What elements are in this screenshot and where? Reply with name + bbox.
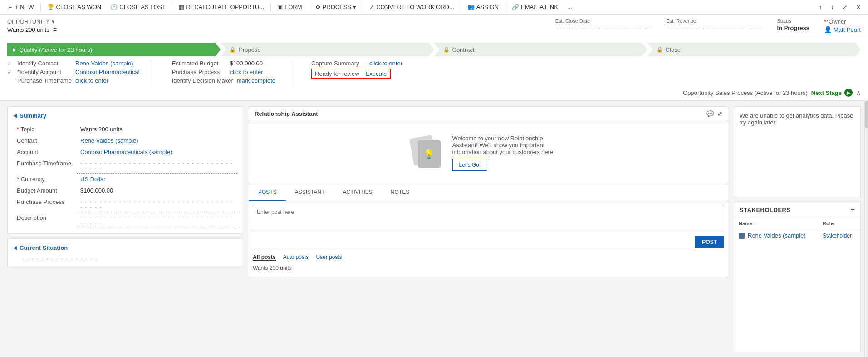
process-bar-container: ▶ Qualify (Active for 23 hours) 🔒 Propos… (0, 38, 868, 101)
scrollbar-thumb[interactable] (865, 101, 868, 128)
purchase-process-value[interactable]: click to enter (230, 69, 263, 75)
stakeholders-box: STAKEHOLDERS + Name ↑ Role 👤 Rene (734, 202, 861, 352)
header-left: OPPORTUNITY ▾ Wants 200 units ≡ (7, 18, 57, 33)
tab-notes[interactable]: NOTES (382, 184, 418, 201)
process-icon: ⚙ (315, 4, 321, 10)
capture-summary-value[interactable]: click to enter (369, 60, 402, 67)
summary-title: Summary (20, 112, 46, 119)
stage-qualify-icon: ▶ (13, 47, 16, 53)
check-identify-contact: ✓ (7, 60, 14, 67)
filter-auto-posts[interactable]: Auto posts (283, 254, 309, 261)
filter-all-posts[interactable]: All posts (253, 254, 276, 261)
analytics-box: We are unable to get analytics data. Ple… (734, 106, 861, 197)
ra-text: Welcome to your new Relationship Assista… (452, 135, 566, 171)
est-revenue-field: Est. Revenue ...........................… (666, 18, 762, 30)
separator4 (309, 3, 309, 12)
next-stage-button[interactable]: Next Stage ▶ (811, 89, 853, 97)
stage-contract-label: Contract (452, 46, 475, 53)
tab-assistant[interactable]: ASSISTANT (286, 184, 334, 201)
stage-qualify[interactable]: ▶ Qualify (Active for 23 hours) (7, 43, 221, 56)
post-input[interactable] (253, 205, 724, 232)
new-button[interactable]: ＋ + NEW (4, 1, 38, 13)
stage-propose[interactable]: 🔒 Propose (221, 43, 434, 56)
close-as-won-button[interactable]: 🏆 CLOSE AS WON (44, 2, 105, 12)
scrollbar[interactable] (864, 100, 868, 357)
lets-go-button[interactable]: Let's Go! (452, 159, 488, 171)
process-field-identify-contact: ✓ Identify Contact Rene Valdes (sample) (7, 60, 140, 67)
ra-welcome-text: Welcome to your new Relationship Assista… (452, 135, 566, 155)
ra-header-icons: 💬 ⤢ (706, 110, 722, 117)
summary-triangle-icon: ◀ (13, 113, 17, 118)
identify-account-value[interactable]: Contoso Pharmaceutical (75, 69, 140, 75)
collapse-process-button[interactable]: ∧ (856, 89, 861, 96)
tab-posts[interactable]: POSTS (249, 184, 286, 201)
check-purchase-process: ✓ (162, 69, 168, 75)
stage-contract[interactable]: 🔒 Contract (434, 43, 647, 56)
expand-ra-icon[interactable]: ⤢ (717, 110, 722, 117)
ra-title: Relationship Assistant (255, 110, 318, 117)
contact-icon: 👤 (739, 233, 745, 239)
expand-button[interactable]: ⤢ (839, 2, 851, 12)
decision-maker-value[interactable]: mark complete (237, 77, 275, 84)
process-field-purchase-timeframe: ✓ Purchase Timeframe click to enter (7, 77, 140, 84)
filter-user-posts[interactable]: User posts (316, 254, 342, 261)
posts-tabs-bar: POSTS ASSISTANT ACTIVITIES NOTES (249, 184, 728, 201)
identify-contact-value[interactable]: Rene Valdes (sample) (75, 60, 133, 67)
stakeholders-header: STAKEHOLDERS + (734, 202, 860, 218)
form-row-purchase-process: Purchase Process - - - - - - - - - - - -… (13, 196, 237, 212)
right-panel: We are unable to get analytics data. Ple… (734, 106, 861, 352)
link-icon: 🔗 (512, 4, 519, 10)
check-purchase-timeframe: ✓ (7, 78, 14, 84)
form-row-topic: Topic Wants 200 units (13, 124, 237, 135)
nav-down-button[interactable]: ↓ (827, 2, 837, 12)
convert-button[interactable]: ↗ CONVERT TO WORK ORD... (366, 2, 458, 12)
form-icon: ▣ (277, 4, 283, 10)
recalculate-button[interactable]: ▦ RECALCULATE OPPORTU... (175, 2, 268, 12)
summary-section: ◀ Summary Topic Wants 200 units Contact … (7, 106, 243, 234)
stakeholder-name-cell[interactable]: 👤 Rene Valdes (sample) (739, 232, 814, 239)
user-icon: 👤 (824, 26, 832, 33)
nav-up-button[interactable]: ↑ (815, 2, 825, 12)
process-fields-row: ✓ Identify Contact Rene Valdes (sample) … (7, 60, 861, 87)
check-capture-summary: ✓ (301, 60, 308, 67)
process-field-ready-for-review: ✓ Ready for review Execute (301, 69, 402, 79)
add-stakeholder-button[interactable]: + (851, 206, 855, 214)
execute-link[interactable]: Execute (366, 70, 387, 77)
stakeholder-role[interactable]: Stakeholder (818, 229, 860, 242)
clock-icon: 🕐 (110, 4, 118, 10)
tab-activities[interactable]: ACTIVITIES (333, 184, 381, 201)
process-footer: Opportunity Sales Process (Active for 23… (7, 87, 861, 100)
stakeholders-col-role[interactable]: Role (818, 218, 860, 229)
separator2 (172, 3, 172, 12)
ra-card2: 💡 (418, 140, 441, 168)
assign-button[interactable]: 👥 ASSIGN (464, 2, 502, 12)
posts-filter: All posts Auto posts User posts (253, 250, 724, 263)
post-button[interactable]: POST (695, 236, 724, 248)
process-button[interactable]: ⚙ PROCESS ▾ (312, 2, 360, 12)
status-field: Status In Progress (777, 18, 810, 31)
chat-icon[interactable]: 💬 (706, 110, 714, 117)
stakeholders-title: STAKEHOLDERS (740, 207, 791, 213)
lock-icon-close: 🔒 (657, 47, 663, 53)
close-button[interactable]: ✕ (853, 2, 864, 12)
menu-icon[interactable]: ≡ (53, 26, 57, 33)
stage-propose-label: Propose (239, 46, 260, 53)
current-situation-value: - - - - - - - - - - - - - - - - (13, 256, 237, 261)
stage-close[interactable]: 🔒 Close (647, 43, 861, 56)
stakeholder-name: Rene Valdes (sample) (748, 232, 806, 239)
entity-header: OPPORTUNITY ▾ Wants 200 units ≡ Est. Clo… (0, 15, 868, 38)
purchase-timeframe-value[interactable]: click to enter (75, 77, 108, 84)
chevron-down-icon: ▾ (353, 4, 356, 10)
form-row-budget: Budget Amount $100,000.00 (13, 185, 237, 196)
form-button[interactable]: ▣ FORM (274, 2, 305, 12)
more-button[interactable]: ... (564, 2, 576, 12)
form-row-account: Account Contoso Pharmaceuticals (sample) (13, 146, 237, 158)
toolbar: ＋ + NEW 🏆 CLOSE AS WON 🕐 CLOSE AS LOST ▦… (0, 0, 868, 15)
stakeholders-col-name[interactable]: Name ↑ (734, 218, 818, 229)
left-panel: ◀ Summary Topic Wants 200 units Contact … (7, 106, 243, 352)
check-ready-for-review: ✓ (301, 71, 308, 77)
process-field-group-2: ✓ Estimated Budget $100,000.00 ✓ Purchas… (151, 60, 286, 84)
email-link-button[interactable]: 🔗 EMAIL A LINK (508, 2, 562, 12)
form-row-purchase-timeframe: Purchase Timeframe - - - - - - - - - - -… (13, 158, 237, 174)
close-as-lost-button[interactable]: 🕐 CLOSE AS LOST (107, 2, 169, 12)
